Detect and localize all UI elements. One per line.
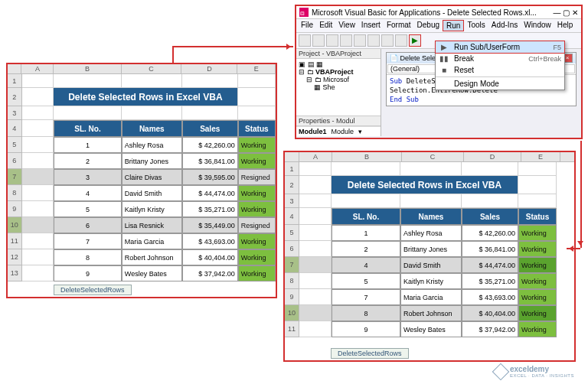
row-header[interactable]: 5 [285, 225, 299, 241]
menu-help[interactable]: Help [554, 20, 577, 31]
cell-name[interactable]: Maria Garcia [400, 289, 462, 305]
table-row[interactable]: 84David Smith$ 44,474.00Working [8, 185, 276, 201]
cell[interactable] [22, 74, 54, 88]
row-header[interactable]: 10 [8, 217, 22, 233]
cell-status[interactable]: Working [518, 257, 557, 273]
cell-name[interactable]: Robert Johnson [122, 249, 182, 265]
cell-status[interactable]: Resigned [238, 217, 276, 233]
row-header[interactable]: 13 [8, 265, 22, 281]
cell[interactable] [518, 162, 557, 176]
cell-name[interactable]: Brittany Jones [122, 153, 182, 169]
tree-node-1[interactable]: Microsof [323, 76, 349, 83]
cell-sl[interactable]: 8 [332, 305, 400, 321]
cell-sl[interactable]: 2 [332, 241, 400, 257]
row-header[interactable]: 1 [285, 162, 299, 176]
row-header[interactable]: 12 [8, 249, 22, 265]
run-menu-item[interactable]: ■Reset [436, 64, 564, 76]
cell-status[interactable]: Working [238, 201, 276, 217]
cell[interactable] [122, 106, 182, 120]
excel-icon[interactable] [299, 34, 311, 47]
cell-sales[interactable]: $ 35,449.00 [182, 217, 238, 233]
col-header[interactable]: C [402, 152, 464, 161]
cell-name[interactable]: Wesley Bates [122, 265, 182, 281]
tree-node-2[interactable]: She [323, 83, 335, 91]
cut-icon[interactable] [326, 34, 338, 47]
menu-edit[interactable]: Edit [316, 20, 335, 31]
cell-status[interactable]: Working [238, 249, 276, 265]
menu-file[interactable]: File [298, 20, 316, 31]
table-row[interactable]: 108Robert Johnson$ 40,404.00Working [285, 305, 574, 321]
cell-status[interactable]: Working [518, 225, 557, 241]
cell-status[interactable]: Resigned [238, 169, 276, 185]
table-row[interactable]: 128Robert Johnson$ 40,404.00Working [8, 249, 276, 265]
cell-sales[interactable]: $ 35,271.00 [462, 273, 518, 289]
cell-sl[interactable]: 4 [332, 257, 400, 273]
row-header[interactable]: 7 [8, 169, 22, 185]
cell-sales[interactable]: $ 43,693.00 [462, 289, 518, 305]
cell-name[interactable]: Claire Divas [122, 169, 182, 185]
cell-sales[interactable]: $ 37,942.00 [462, 321, 518, 337]
menu-view[interactable]: View [335, 20, 358, 31]
cell-name[interactable]: Ashley Rosa [122, 137, 182, 153]
cell-sl[interactable]: 2 [54, 153, 122, 169]
menu-window[interactable]: Window [521, 20, 554, 31]
cell[interactable] [400, 194, 462, 208]
table-row[interactable]: 97Maria Garcia$ 43,693.00Working [285, 289, 574, 305]
menu-addins[interactable]: Add-Ins [488, 20, 521, 31]
cell[interactable] [238, 88, 276, 106]
cell-sl[interactable]: 5 [54, 201, 122, 217]
sheet-tab[interactable]: DeleteSelectedRows [331, 348, 409, 359]
table-row[interactable]: 119Wesley Bates$ 37,942.00Working [285, 321, 574, 337]
cell-sales[interactable]: $ 35,271.00 [182, 201, 238, 217]
save-icon[interactable] [312, 34, 325, 47]
menu-format[interactable]: Format [384, 20, 414, 31]
row-header[interactable]: 11 [285, 321, 299, 337]
cell-status[interactable]: Working [238, 233, 276, 249]
cell-name[interactable]: Maria Garcia [122, 233, 182, 249]
cell-name[interactable]: Wesley Bates [400, 321, 462, 337]
cell[interactable] [462, 194, 518, 208]
menu-run[interactable]: Run [443, 20, 464, 31]
cell-sl[interactable]: 7 [332, 289, 400, 305]
table-row[interactable]: 62Brittany Jones$ 36,841.00Working [285, 241, 574, 257]
table-row[interactable]: 95Kaitlyn Kristy$ 35,271.00Working [8, 201, 276, 217]
cell-name[interactable]: David Smith [400, 257, 462, 273]
cell-name[interactable]: Lisa Resnick [122, 217, 182, 233]
cell-sales[interactable]: $ 37,942.00 [182, 265, 238, 281]
row-header[interactable]: 4 [285, 208, 299, 225]
cell-sales[interactable]: $ 42,260.00 [182, 137, 238, 153]
cell-sl[interactable]: 6 [54, 217, 122, 233]
row-header[interactable]: 8 [8, 185, 22, 201]
cell-sales[interactable]: $ 39,595.00 [182, 169, 238, 185]
table-row[interactable]: 51Ashley Rosa$ 42,260.00Working [285, 225, 574, 241]
cell-status[interactable]: Working [518, 321, 557, 337]
cell-name[interactable]: Brittany Jones [400, 241, 462, 257]
col-header[interactable]: C [122, 64, 182, 73]
cell-sales[interactable]: $ 42,260.00 [462, 225, 518, 241]
cell-name[interactable]: Kaitlyn Kristy [400, 273, 462, 289]
row-header[interactable]: 3 [8, 106, 22, 120]
cell-sl[interactable]: 8 [54, 249, 122, 265]
copy-icon[interactable] [340, 34, 352, 47]
props-name[interactable]: Module1 [296, 127, 329, 136]
run-menu-item[interactable]: ▶Run Sub/UserFormF5 [435, 41, 565, 54]
cell-sl[interactable]: 5 [332, 273, 400, 289]
table-row[interactable]: 106Lisa Resnick$ 35,449.00Resigned [8, 217, 276, 233]
cell-sales[interactable]: $ 44,474.00 [462, 257, 518, 273]
cell-sales[interactable]: $ 40,404.00 [462, 305, 518, 321]
cell[interactable] [332, 162, 400, 176]
cell-status[interactable]: Working [518, 305, 557, 321]
cell[interactable] [122, 74, 182, 88]
table-row[interactable]: 117Maria Garcia$ 43,693.00Working [8, 233, 276, 249]
cell-sl[interactable]: 3 [54, 169, 122, 185]
cell-status[interactable]: Working [238, 185, 276, 201]
cell-sl[interactable]: 1 [332, 225, 400, 241]
find-icon[interactable] [368, 34, 380, 47]
cell-sales[interactable]: $ 44,474.00 [182, 185, 238, 201]
cell-sl[interactable]: 4 [54, 185, 122, 201]
row-header[interactable]: 5 [8, 137, 22, 153]
cell[interactable] [332, 194, 400, 208]
col-header[interactable] [285, 152, 299, 161]
cell-sales[interactable]: $ 43,693.00 [182, 233, 238, 249]
row-header[interactable]: 11 [8, 233, 22, 249]
